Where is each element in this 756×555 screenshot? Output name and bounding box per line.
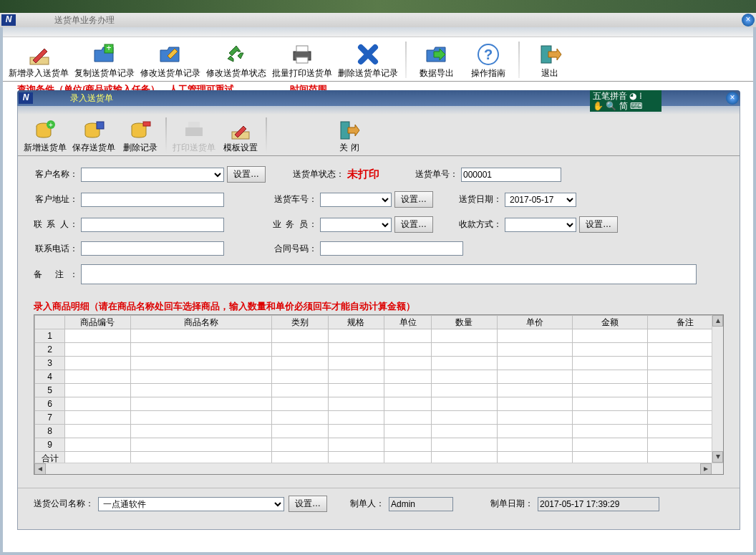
grid-cell[interactable]	[130, 357, 271, 370]
grid-cell[interactable]	[130, 438, 271, 452]
grid-cell[interactable]	[130, 329, 271, 343]
grid-cell[interactable]	[328, 438, 384, 452]
grid-cell[interactable]	[497, 411, 572, 425]
grid-cell[interactable]	[384, 357, 432, 370]
grid-cell[interactable]	[65, 411, 131, 425]
grid-cell[interactable]	[328, 357, 384, 370]
grid-cell[interactable]	[65, 425, 131, 438]
grid-column-header[interactable]: 金额	[572, 316, 647, 329]
scroll-left-button[interactable]: ◂	[34, 463, 46, 475]
grid-column-header[interactable]: 单价	[497, 316, 572, 329]
export-data-button[interactable]: 数据导出	[411, 39, 462, 81]
truck-no-combo[interactable]	[320, 193, 392, 207]
grid-cell[interactable]	[572, 397, 647, 411]
parent-close-button[interactable]: ×	[742, 14, 755, 26]
phone-field[interactable]	[81, 241, 224, 256]
ship-date-field[interactable]: 2017-05-17	[505, 193, 576, 207]
grid-vertical-scrollbar[interactable]: ▴ ▾	[712, 315, 723, 463]
grid-column-header[interactable]: 商品编号	[65, 316, 131, 329]
pay-set-button[interactable]: 设置…	[579, 216, 618, 233]
contract-no-field[interactable]	[320, 241, 463, 256]
salesman-combo[interactable]	[320, 218, 392, 232]
grid-cell[interactable]	[431, 397, 497, 411]
grid-cell[interactable]	[328, 397, 384, 411]
scroll-right-button[interactable]: ▸	[700, 463, 712, 475]
grid-cell[interactable]	[65, 438, 131, 452]
grid-table[interactable]: 商品编号商品名称类别规格单位数量单价金额备注 123456789合计	[34, 315, 723, 465]
remark-field[interactable]	[81, 264, 697, 284]
table-row[interactable]: 7	[35, 411, 723, 425]
exit-button[interactable]: 退出	[524, 39, 576, 81]
customer-set-button[interactable]: 设置…	[227, 166, 266, 183]
grid-cell[interactable]	[384, 343, 432, 357]
grid-cell[interactable]	[572, 438, 647, 452]
grid-cell[interactable]	[384, 397, 432, 411]
table-row[interactable]: 6	[35, 397, 723, 411]
customer-name-combo[interactable]	[81, 168, 224, 182]
new-order-button[interactable]: + 新增送货单	[21, 115, 69, 155]
save-order-button[interactable]: 保存送货单	[69, 115, 118, 155]
grid-cell[interactable]	[497, 343, 572, 357]
grid-cell[interactable]	[271, 370, 328, 384]
table-row[interactable]: 8	[35, 425, 723, 438]
grid-cell[interactable]	[130, 384, 271, 397]
delete-order-button[interactable]: 删除记录	[118, 115, 163, 155]
grid-cell[interactable]	[271, 343, 328, 357]
close-child-button[interactable]: 关 闭	[327, 115, 372, 155]
grid-cell[interactable]	[65, 343, 131, 357]
grid-cell[interactable]	[384, 438, 432, 452]
new-delivery-button[interactable]: 新增录入送货单	[6, 39, 72, 81]
grid-cell[interactable]	[384, 425, 432, 438]
grid-cell[interactable]	[384, 370, 432, 384]
template-settings-button[interactable]: 模板设置	[218, 115, 263, 155]
grid-cell[interactable]	[65, 357, 131, 370]
batch-print-button[interactable]: 批量打印送货单	[269, 39, 335, 81]
grid-cell[interactable]	[130, 425, 271, 438]
grid-cell[interactable]	[328, 384, 384, 397]
grid-cell[interactable]	[65, 329, 131, 343]
truck-set-button[interactable]: 设置…	[394, 191, 433, 208]
grid-cell[interactable]	[384, 384, 432, 397]
grid-cell[interactable]	[497, 370, 572, 384]
grid-cell[interactable]	[497, 329, 572, 343]
grid-cell[interactable]	[130, 411, 271, 425]
grid-cell[interactable]	[431, 411, 497, 425]
grid-cell[interactable]	[328, 343, 384, 357]
grid-cell[interactable]	[130, 397, 271, 411]
grid-cell[interactable]	[271, 425, 328, 438]
grid-cell[interactable]	[271, 438, 328, 452]
contact-field[interactable]	[81, 218, 224, 232]
grid-column-header[interactable]: 规格	[328, 316, 384, 329]
table-row[interactable]: 4	[35, 370, 723, 384]
grid-cell[interactable]	[572, 425, 647, 438]
table-row[interactable]: 9	[35, 438, 723, 452]
copy-record-button[interactable]: + 复制送货单记录	[72, 39, 137, 81]
grid-cell[interactable]	[328, 329, 384, 343]
grid-cell[interactable]	[572, 329, 647, 343]
grid-cell[interactable]	[572, 411, 647, 425]
grid-cell[interactable]	[431, 343, 497, 357]
grid-cell[interactable]	[497, 397, 572, 411]
grid-cell[interactable]	[431, 384, 497, 397]
ime-indicator[interactable]: 五笔拼音 ◕ ⁞ ✋ 🔍 简 ⌨	[590, 90, 662, 112]
grid-column-header[interactable]: 数量	[431, 316, 497, 329]
order-no-field[interactable]	[461, 168, 561, 182]
grid-cell[interactable]	[271, 329, 328, 343]
modify-status-button[interactable]: 修改送货单状态	[203, 39, 269, 81]
grid-cell[interactable]	[384, 329, 432, 343]
company-combo[interactable]: 一点通软件	[98, 497, 284, 511]
child-close-button[interactable]: ×	[726, 92, 739, 105]
grid-cell[interactable]	[431, 425, 497, 438]
grid-cell[interactable]	[271, 397, 328, 411]
grid-cell[interactable]	[65, 384, 131, 397]
grid-cell[interactable]	[572, 370, 647, 384]
delete-record-button[interactable]: 删除送货单记录	[335, 39, 401, 81]
grid-cell[interactable]	[271, 384, 328, 397]
scroll-down-button[interactable]: ▾	[712, 451, 723, 463]
grid-cell[interactable]	[431, 370, 497, 384]
grid-cell[interactable]	[572, 357, 647, 370]
parent-window-titlebar[interactable]: N 送货单业务办理 ×	[0, 13, 756, 27]
grid-cell[interactable]	[65, 370, 131, 384]
grid-cell[interactable]	[328, 370, 384, 384]
grid-cell[interactable]	[271, 357, 328, 370]
